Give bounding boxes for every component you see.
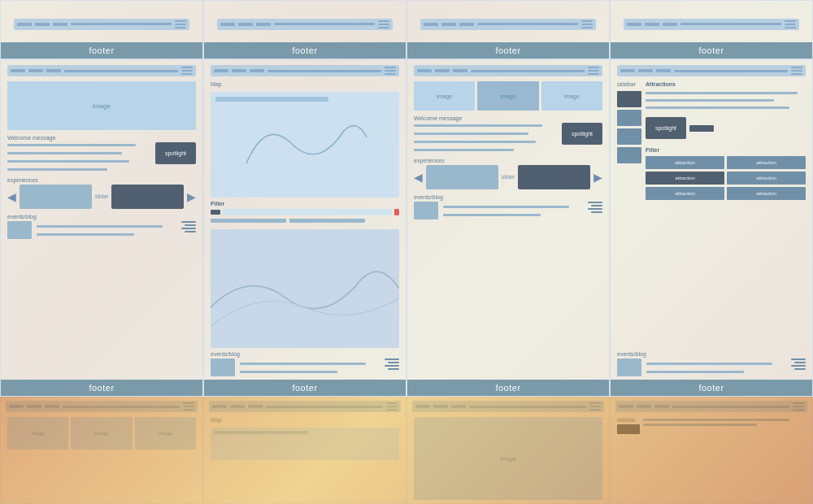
footer-2-top: footer xyxy=(204,42,406,59)
hero-image-1: image xyxy=(7,81,196,130)
menu-line xyxy=(793,409,804,411)
text-line xyxy=(240,371,337,373)
nav-dot xyxy=(645,23,659,26)
filter-button[interactable] xyxy=(211,210,220,215)
slider-next-1[interactable]: ▶ xyxy=(187,190,196,203)
text-line xyxy=(7,168,107,171)
mid-card-2: Map Filter xyxy=(203,59,406,397)
events-label-2: events/blog xyxy=(211,351,399,357)
nav-dot xyxy=(459,23,474,26)
nav-dot xyxy=(424,23,438,26)
events-section-4: events/blog xyxy=(617,351,806,376)
menu-line xyxy=(378,27,389,28)
mid-card-1: image Welcome message spotlight experien xyxy=(0,59,203,397)
slider-row-3: ◀ slider ▶ xyxy=(414,165,602,189)
text-line xyxy=(37,233,134,236)
attractions-grid: attraction attraction attraction attract… xyxy=(646,156,806,200)
attraction-btn-2[interactable]: attraction xyxy=(727,156,806,169)
text-line xyxy=(443,214,541,216)
welcome-section-1: Welcome message spotlight xyxy=(7,135,196,172)
sidebar-item[interactable] xyxy=(617,128,641,145)
text-line xyxy=(7,144,136,146)
slider-item-1b xyxy=(111,185,184,209)
nav-dot xyxy=(250,69,264,72)
attraction-btn-3[interactable]: attraction xyxy=(646,172,724,185)
nav-dot xyxy=(230,405,245,408)
menu-line xyxy=(185,224,196,226)
nav-line xyxy=(266,406,383,408)
nav-dot xyxy=(256,23,271,26)
sidebar-item[interactable] xyxy=(617,110,641,126)
image-3c: image xyxy=(541,81,602,111)
nav-dot xyxy=(415,405,430,408)
slider-item-3a xyxy=(426,165,498,189)
menu-line xyxy=(791,365,806,367)
menu-line xyxy=(388,368,399,370)
image-label-1: image xyxy=(93,102,111,110)
attraction-btn-6[interactable]: attraction xyxy=(727,187,806,200)
slider-prev-3[interactable]: ◀ xyxy=(414,171,423,184)
nav-menu-icon xyxy=(181,67,193,75)
spotlight-detail xyxy=(689,125,714,132)
spotlight-btn-1[interactable]: spotlight xyxy=(155,142,196,164)
card4-main-area: sidebar Attractions xyxy=(617,81,806,348)
nav-menu-icon xyxy=(385,67,396,75)
spotlight-btn-3[interactable]: spotlight xyxy=(562,123,602,145)
top-card-4-nav xyxy=(611,1,812,42)
text-line xyxy=(646,371,744,373)
slider-label-3: slider xyxy=(502,174,515,180)
nav-menu-icon xyxy=(791,67,802,75)
top-card-1-nav xyxy=(1,1,202,42)
filter-options-row1 xyxy=(211,219,399,223)
event-thumb-4a xyxy=(617,358,641,376)
sidebar-item[interactable] xyxy=(617,147,641,163)
menu-line xyxy=(793,406,804,407)
filter-input[interactable] xyxy=(223,209,392,215)
nav-dot xyxy=(441,23,456,26)
nav-dot xyxy=(46,69,61,72)
nav-dot xyxy=(451,405,466,408)
nav-bar-4 xyxy=(624,19,799,30)
spotlight-btn-4[interactable]: spotlight xyxy=(646,117,686,139)
mid-card-4: sidebar Attractions xyxy=(610,59,813,397)
attraction-btn-5[interactable]: attraction xyxy=(646,187,724,200)
attraction-btn-4[interactable]: attraction xyxy=(727,172,806,185)
slider-next-3[interactable]: ▶ xyxy=(593,171,602,184)
menu-line xyxy=(588,202,602,203)
menu-line xyxy=(181,70,193,72)
nav-line xyxy=(267,70,381,72)
menu-line xyxy=(385,67,396,68)
menu-line xyxy=(181,228,196,229)
menu-line xyxy=(378,20,389,22)
text-line xyxy=(643,424,757,426)
sidebar-item-active[interactable] xyxy=(617,91,641,107)
event-lines-4 xyxy=(646,358,786,376)
nav-dot xyxy=(638,69,653,72)
slider-item-3b xyxy=(518,165,590,189)
menu-line xyxy=(385,365,399,367)
nav-line xyxy=(63,406,180,408)
map-search xyxy=(215,97,328,102)
text-line xyxy=(414,133,528,135)
footer-mid-4: footer xyxy=(611,380,812,396)
text-line xyxy=(7,160,129,163)
bot-image-1a: image xyxy=(7,417,68,450)
menu-line xyxy=(791,358,806,360)
bot-card-4: sidebar xyxy=(610,397,813,504)
image-label-3b: image xyxy=(500,93,515,99)
nav-menu-icon xyxy=(581,20,593,28)
attraction-btn-1[interactable]: attraction xyxy=(646,156,724,169)
menu-line xyxy=(589,402,601,404)
nav-bar-1 xyxy=(14,19,189,30)
nav-dot xyxy=(35,23,50,26)
menu-line xyxy=(185,231,196,232)
sidebar-column: sidebar xyxy=(617,81,641,348)
slider-prev-1[interactable]: ◀ xyxy=(7,190,16,203)
mid-nav-1 xyxy=(7,65,196,76)
mid-card-1-content: image Welcome message spotlight experien xyxy=(1,78,202,380)
event-thumb-2a xyxy=(211,358,235,376)
three-images: image image image xyxy=(414,81,602,111)
filter-indicator xyxy=(394,209,399,215)
mid-nav-3 xyxy=(414,65,602,76)
menu-line xyxy=(589,406,601,407)
